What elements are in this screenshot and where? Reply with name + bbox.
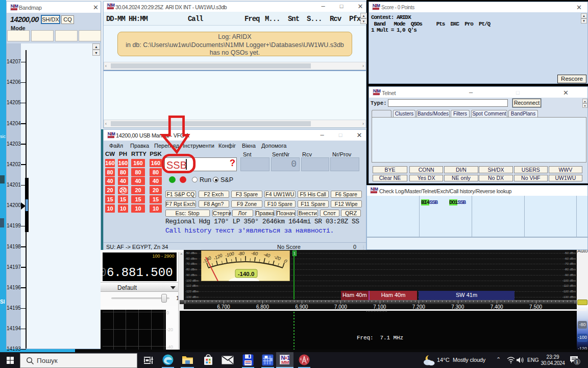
svg-text:-60: -60 <box>251 250 258 256</box>
svg-text:-80: -80 <box>238 251 245 257</box>
svg-text:-140.0: -140.0 <box>238 271 255 277</box>
